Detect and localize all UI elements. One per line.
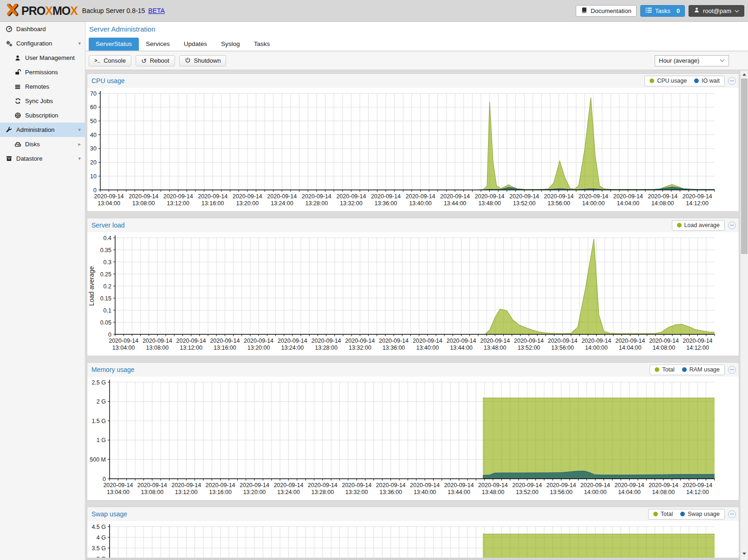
svg-text:50: 50: [90, 118, 97, 124]
product-version: Backup Server 0.8-15: [82, 7, 145, 14]
horizontal-scrollbar-strip[interactable]: [85, 558, 740, 560]
scrollbar-thumb[interactable]: [741, 78, 748, 254]
shutdown-button[interactable]: Shutdown: [179, 55, 227, 66]
hdd-icon: [13, 141, 22, 148]
reboot-button[interactable]: ↺ Reboot: [136, 55, 175, 66]
proxmox-x-icon: [6, 4, 20, 18]
svg-text:2020-09-14: 2020-09-14: [649, 338, 679, 344]
chevron-down-icon[interactable]: ▾: [78, 40, 81, 46]
svg-text:13:12:00: 13:12:00: [180, 345, 202, 351]
sidebar: Dashboard Configuration ▾ User Managemen…: [0, 22, 85, 560]
svg-text:13:52:00: 13:52:00: [518, 345, 540, 351]
sidebar-item-permissions[interactable]: Permissions: [0, 65, 85, 79]
svg-text:13:32:00: 13:32:00: [340, 200, 363, 207]
scroll-up-arrow[interactable]: [741, 71, 748, 78]
rotate-left-icon: ↺: [141, 58, 147, 64]
archive-icon: [5, 155, 13, 162]
svg-text:14:12:00: 14:12:00: [686, 200, 709, 207]
documentation-button[interactable]: Documentation: [576, 5, 636, 17]
tasks-button[interactable]: Tasks 0: [640, 5, 685, 17]
collapse-panel-button[interactable]: [728, 221, 736, 229]
user-menu-button[interactable]: root@pam: [689, 5, 744, 17]
swap-usage-chart: 0500 M1 G1.5 G2 G2.5 G3 G3.5 G4 G4.5 G20…: [87, 521, 739, 560]
svg-text:13:36:00: 13:36:00: [379, 489, 402, 495]
svg-text:13:16:00: 13:16:00: [209, 489, 232, 495]
svg-text:2020-09-14: 2020-09-14: [410, 482, 440, 488]
svg-text:13:56:00: 13:56:00: [550, 489, 572, 495]
tab-services[interactable]: Services: [139, 38, 177, 51]
charts-scroll-area: CPU usage CPU usage IO wait 010203040506…: [85, 71, 740, 560]
title-tab-area: Server Administration ServerStatus Servi…: [85, 22, 748, 51]
svg-text:2020-09-14: 2020-09-14: [615, 338, 645, 344]
sidebar-item-sync-jobs[interactable]: Sync Jobs: [0, 94, 85, 108]
collapse-panel-button[interactable]: [728, 510, 736, 518]
sidebar-item-configuration[interactable]: Configuration ▾: [0, 36, 85, 51]
unlock-icon: [13, 69, 22, 76]
beta-link[interactable]: BETA: [148, 7, 165, 14]
svg-text:2020-09-14: 2020-09-14: [94, 193, 124, 200]
svg-text:2020-09-14: 2020-09-14: [683, 482, 712, 488]
chart-legend: Total Swap usage: [648, 509, 725, 520]
svg-text:4 G: 4 G: [97, 534, 106, 541]
svg-text:20: 20: [90, 159, 97, 166]
svg-text:3.5 G: 3.5 G: [91, 545, 106, 552]
timeframe-select[interactable]: Hour (average): [655, 55, 729, 66]
chevron-down-icon[interactable]: ▾: [78, 127, 81, 133]
wrench-icon: [5, 126, 13, 133]
sidebar-item-administration[interactable]: Administration ▾: [0, 123, 85, 137]
svg-text:13:48:00: 13:48:00: [481, 489, 504, 495]
svg-text:13:48:00: 13:48:00: [478, 200, 501, 207]
sidebar-item-dashboard[interactable]: Dashboard: [0, 22, 85, 36]
svg-text:13:12:00: 13:12:00: [167, 200, 189, 207]
legend-dot: [682, 367, 687, 372]
svg-text:14:00:00: 14:00:00: [582, 200, 605, 207]
scroll-down-arrow[interactable]: [741, 550, 748, 557]
collapse-panel-button[interactable]: [728, 77, 736, 85]
svg-text:13:24:00: 13:24:00: [271, 200, 293, 207]
tab-syslog[interactable]: Syslog: [214, 38, 247, 51]
svg-text:13:40:00: 13:40:00: [409, 200, 432, 207]
svg-text:60: 60: [90, 104, 97, 111]
svg-text:2020-09-14: 2020-09-14: [480, 338, 510, 344]
tab-updates[interactable]: Updates: [177, 38, 214, 51]
chevron-right-icon[interactable]: ▸: [78, 141, 81, 147]
collapse-panel-button[interactable]: [728, 366, 736, 374]
sidebar-item-user-management[interactable]: User Management: [0, 51, 85, 65]
svg-text:2020-09-14: 2020-09-14: [244, 338, 273, 344]
svg-text:14:00:00: 14:00:00: [585, 345, 608, 351]
chevron-down-icon[interactable]: ▾: [78, 156, 81, 162]
sidebar-item-subscription[interactable]: Subscription: [0, 108, 85, 123]
chart-legend: CPU usage IO wait: [644, 76, 725, 86]
svg-text:2020-09-14: 2020-09-14: [615, 482, 644, 488]
svg-text:1 G: 1 G: [97, 437, 106, 443]
svg-text:14:04:00: 14:04:00: [617, 200, 639, 207]
svg-text:13:12:00: 13:12:00: [175, 489, 198, 495]
svg-text:2020-09-14: 2020-09-14: [345, 338, 375, 344]
sidebar-item-remotes[interactable]: Remotes: [0, 79, 85, 94]
tab-serverstatus[interactable]: ServerStatus: [89, 38, 139, 51]
sidebar-item-datastore[interactable]: Datastore ▾: [0, 151, 85, 166]
chevron-down-icon: [735, 7, 739, 14]
svg-text:2020-09-14: 2020-09-14: [129, 193, 158, 200]
refresh-icon: [13, 98, 22, 104]
page-title: Server Administration: [89, 25, 156, 33]
svg-text:13:52:00: 13:52:00: [516, 489, 539, 495]
svg-text:14:08:00: 14:08:00: [651, 200, 674, 207]
legend-dot: [694, 78, 699, 83]
svg-text:13:08:00: 13:08:00: [146, 345, 169, 351]
sidebar-item-disks[interactable]: Disks ▸: [0, 137, 85, 151]
svg-text:13:40:00: 13:40:00: [414, 489, 436, 495]
server-stack-icon: [13, 84, 22, 90]
svg-text:13:56:00: 13:56:00: [551, 345, 574, 351]
svg-text:14:00:00: 14:00:00: [584, 489, 607, 495]
svg-text:2020-09-14: 2020-09-14: [103, 482, 133, 488]
svg-text:0.2: 0.2: [104, 283, 111, 290]
tab-tasks[interactable]: Tasks: [247, 38, 277, 51]
svg-text:2020-09-14: 2020-09-14: [683, 338, 713, 344]
svg-text:13:28:00: 13:28:00: [305, 200, 328, 207]
console-button[interactable]: >_ Console: [89, 55, 131, 66]
vertical-scrollbar[interactable]: [740, 71, 748, 560]
svg-text:30: 30: [90, 145, 97, 152]
life-ring-icon: [13, 112, 22, 119]
svg-text:13:20:00: 13:20:00: [243, 489, 266, 495]
